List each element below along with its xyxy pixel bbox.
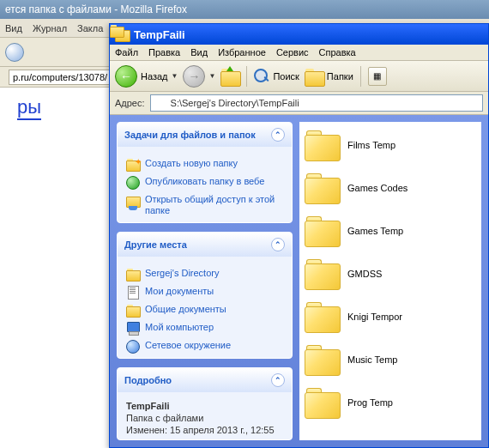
chevron-up-icon: ⌃: [271, 238, 285, 251]
firefox-menu-view[interactable]: Вид: [5, 23, 22, 33]
new-folder-icon: ✦: [126, 158, 140, 172]
folder-icon: [305, 388, 339, 417]
explorer-address-bar: Адрес: S:\Sergej's Directory\TempFaili: [110, 92, 488, 115]
tasks-panel: Задачи для файлов и папок ⌃ ✦ Создать но…: [117, 122, 293, 223]
place-parent-dir[interactable]: Sergej's Directory: [126, 268, 283, 282]
places-panel: Другие места ⌃ Sergej's Directory Мои до…: [117, 232, 293, 359]
back-label: Назад: [141, 71, 168, 82]
place-label: Sergej's Directory: [145, 268, 219, 279]
place-shared-documents[interactable]: Общие документы: [126, 304, 283, 318]
firefox-address-input[interactable]: [9, 70, 112, 85]
folder-label: Knigi Tempor: [347, 312, 402, 322]
toolbar-separator: [360, 66, 361, 87]
explorer-toolbar: ← Назад ▼ → ▼ Поиск Папки ▦: [110, 61, 488, 92]
menu-edit[interactable]: Правка: [148, 47, 180, 58]
folder-icon: [305, 130, 339, 160]
details-panel-title: Подробно: [124, 375, 172, 385]
folder-item[interactable]: Prog Temp: [305, 388, 476, 417]
folder-icon: [305, 345, 339, 374]
details-panel: Подробно ⌃ TempFaili Папка с файлами Изм…: [117, 367, 293, 440]
views-icon: ▦: [373, 71, 381, 81]
chevron-up-icon: ⌃: [271, 128, 285, 142]
menu-help[interactable]: Справка: [319, 47, 356, 58]
folder-label: GMDSS: [347, 269, 382, 279]
folder-item[interactable]: Films Temp: [305, 130, 476, 160]
folder-item[interactable]: Games Codes: [305, 173, 476, 203]
task-label: Открыть общий доступ к этой папке: [145, 194, 283, 216]
search-label: Поиск: [273, 71, 299, 82]
menu-tools[interactable]: Сервис: [276, 47, 309, 58]
place-label: Мой компьютер: [145, 322, 214, 333]
folder-label: Music Temp: [347, 354, 397, 365]
firefox-menu-bookmarks[interactable]: Закла: [77, 23, 103, 33]
arrow-right-icon: →: [183, 65, 205, 88]
folder-icon: [154, 97, 167, 109]
toolbar-separator: [246, 66, 247, 87]
tasks-panel-title: Задачи для файлов и папок: [124, 130, 256, 140]
place-my-computer[interactable]: Мой компьютер: [126, 322, 283, 336]
chevron-up-icon: ⌃: [271, 373, 285, 387]
menu-favorites[interactable]: Избранное: [218, 47, 266, 58]
chevron-down-icon: ▼: [208, 72, 215, 80]
place-label: Мои документы: [145, 286, 214, 297]
files-list[interactable]: Films Temp Games Codes Games Temp GMDSS …: [299, 122, 481, 440]
up-button[interactable]: [220, 68, 239, 85]
firefox-back-button[interactable]: [5, 43, 24, 62]
tasks-panel-body: ✦ Создать новую папку Опубликовать папку…: [118, 147, 292, 223]
tasks-column: Задачи для файлов и папок ⌃ ✦ Создать но…: [117, 122, 293, 440]
folder-icon: [305, 302, 339, 331]
folder-icon: [305, 216, 339, 245]
details-type: Папка с файлами: [126, 413, 283, 423]
task-label: Опубликовать папку в вебе: [145, 176, 264, 187]
folder-icon: [305, 259, 339, 288]
folder-label: Prog Temp: [347, 397, 393, 408]
menu-view[interactable]: Вид: [190, 47, 208, 58]
folders-button[interactable]: Папки: [305, 68, 353, 85]
places-panel-header[interactable]: Другие места ⌃: [118, 233, 292, 257]
details-panel-body: TempFaili Папка с файлами Изменен: 15 ап…: [118, 392, 292, 440]
menu-file[interactable]: Файл: [115, 47, 138, 58]
address-path: S:\Sergej's Directory\TempFaili: [171, 98, 299, 108]
task-new-folder[interactable]: ✦ Создать новую папку: [126, 158, 283, 172]
folder-item[interactable]: Music Temp: [305, 345, 476, 374]
folder-label: Films Temp: [347, 140, 395, 150]
folder-item[interactable]: Games Temp: [305, 216, 476, 245]
firefox-menu-journal[interactable]: Журнал: [33, 23, 67, 33]
folder-item[interactable]: Knigi Tempor: [305, 302, 476, 331]
search-button[interactable]: Поиск: [254, 69, 299, 84]
folder-item[interactable]: GMDSS: [305, 259, 476, 288]
back-button[interactable]: ← Назад ▼: [115, 65, 178, 88]
task-label: Создать новую папку: [145, 158, 238, 169]
details-name: TempFaili: [126, 401, 170, 411]
place-my-documents[interactable]: Мои документы: [126, 286, 283, 300]
task-share-folder[interactable]: Открыть общий доступ к этой папке: [126, 194, 283, 216]
details-panel-header[interactable]: Подробно ⌃: [118, 368, 292, 392]
arrow-up-icon: [226, 66, 233, 71]
task-publish-web[interactable]: Опубликовать папку в вебе: [126, 176, 283, 190]
folders-label: Папки: [327, 71, 353, 82]
tasks-panel-header[interactable]: Задачи для файлов и папок ⌃: [118, 123, 292, 147]
documents-icon: [126, 286, 140, 300]
places-panel-body: Sergej's Directory Мои документы Общие д…: [118, 257, 292, 359]
folder-label: Games Temp: [347, 226, 403, 236]
chevron-down-icon: ▼: [172, 72, 178, 80]
firefox-title-text: ется папка с файлами - Mozilla Firefox: [5, 3, 187, 15]
place-label: Сетевое окружение: [145, 340, 231, 351]
folder-icon: [305, 173, 339, 203]
views-button[interactable]: ▦: [368, 67, 387, 86]
folder-label: Games Codes: [347, 183, 408, 193]
computer-icon: [126, 322, 140, 336]
folder-icon: [126, 268, 140, 282]
address-field[interactable]: S:\Sergej's Directory\TempFaili: [150, 94, 483, 112]
place-network[interactable]: Сетевое окружение: [126, 340, 283, 354]
place-label: Общие документы: [145, 304, 226, 315]
forward-button[interactable]: → ▼: [183, 65, 215, 88]
explorer-title-bar[interactable]: TempFaili: [110, 24, 488, 45]
explorer-menubar: Файл Правка Вид Избранное Сервис Справка: [110, 45, 488, 61]
firefox-heading[interactable]: ры: [17, 96, 41, 120]
address-label: Адрес:: [115, 98, 145, 108]
network-icon: [126, 340, 140, 354]
explorer-body: Задачи для файлов и папок ⌃ ✦ Создать но…: [110, 115, 488, 447]
search-icon: [254, 69, 269, 84]
explorer-title-text: TempFaili: [134, 28, 185, 41]
